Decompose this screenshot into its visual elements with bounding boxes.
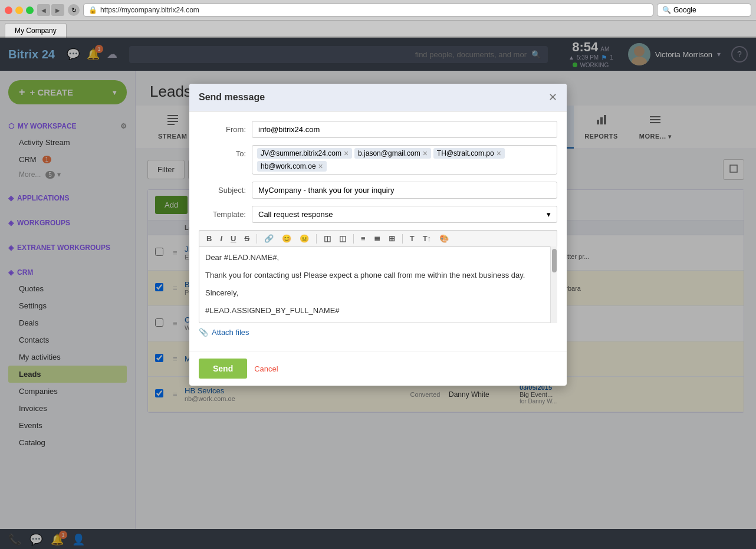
modal-overlay: Send message ✕ From: To: JV@summer.bitri… (0, 37, 756, 549)
subject-row: Subject: (199, 182, 557, 199)
close-dot[interactable] (5, 6, 12, 14)
editor-scrollbar[interactable] (550, 246, 557, 323)
modal-footer: Send Cancel (189, 351, 567, 386)
scrollbar-thumb (552, 249, 557, 272)
image-button[interactable]: ◫ (321, 233, 333, 244)
font-button[interactable]: T (407, 233, 417, 244)
color-button[interactable]: 🎨 (437, 233, 451, 244)
search-icon: 🔍 (662, 6, 671, 14)
editor-line-6 (205, 297, 551, 306)
lock-icon: 🔒 (88, 6, 97, 14)
editor-line-1: Dear #LEAD.NAME#, (205, 253, 551, 262)
strikethrough-button[interactable]: S (242, 233, 252, 244)
editor-toolbar: B I U S 🔗 😊 😐 ◫ ◫ ≡ ≣ ⊞ T T↑ 🎨 (199, 230, 557, 246)
editor-area[interactable]: Dear #LEAD.NAME#, Thank you for contacti… (199, 246, 557, 323)
font-size-button[interactable]: T↑ (420, 233, 433, 244)
search-placeholder: Google (673, 6, 696, 14)
address-bar[interactable]: 🔒 https://mycompany.bitrix24.com (83, 4, 653, 17)
toolbar-sep-2 (316, 234, 317, 244)
url-text: https://mycompany.bitrix24.com (100, 6, 199, 14)
modal-close-button[interactable]: ✕ (548, 91, 557, 104)
browser-tab[interactable]: My Company (5, 23, 67, 38)
editor-line-4 (205, 280, 551, 288)
to-tag-4: hb@work.com.oe × (257, 161, 327, 172)
browser-dots (5, 6, 34, 14)
toolbar-sep-4 (402, 234, 403, 244)
remove-tag-4[interactable]: × (318, 162, 323, 170)
table-button[interactable]: ⊞ (386, 233, 397, 244)
tab-bar: My Company (0, 21, 756, 38)
editor-line-5: Sincerely, (205, 288, 551, 297)
refresh-button[interactable]: ↻ (68, 4, 80, 16)
template-select[interactable]: Call request response ▾ (252, 206, 557, 223)
to-tag-2: b.jason@gmail.com × (354, 148, 431, 159)
from-input[interactable] (252, 121, 557, 138)
send-button[interactable]: Send (199, 359, 247, 379)
remove-tag-2[interactable]: × (423, 149, 428, 157)
link-button[interactable]: 🔗 (262, 233, 276, 244)
remove-tag-1[interactable]: × (344, 149, 349, 157)
template-value: Call request response (258, 210, 333, 219)
cancel-link[interactable]: Cancel (254, 364, 278, 373)
modal-header: Send message ✕ (189, 84, 567, 111)
toolbar-sep-3 (353, 234, 354, 244)
italic-button[interactable]: I (218, 233, 225, 244)
from-label: From: (199, 121, 246, 134)
align-button[interactable]: ≡ (359, 233, 368, 244)
to-tags-input[interactable]: JV@summer.bitrix24.com × b.jason@gmail.c… (252, 145, 557, 175)
browser-nav: ◀ ▶ (37, 4, 64, 16)
editor-line-7: #LEAD.ASSIGNED_BY_FULL_NAME# (205, 306, 551, 315)
template-label: Template: (199, 206, 246, 219)
template-row: Template: Call request response ▾ (199, 206, 557, 223)
minimize-dot[interactable] (15, 6, 23, 14)
back-button[interactable]: ◀ (37, 4, 50, 16)
attach-label: Attach files (212, 328, 249, 337)
forward-button[interactable]: ▶ (51, 4, 64, 16)
subject-input[interactable] (252, 182, 557, 199)
emoji-button-2[interactable]: 😐 (297, 233, 311, 244)
bold-button[interactable]: B (204, 233, 214, 244)
editor-wrapper: Dear #LEAD.NAME#, Thank you for contacti… (199, 246, 557, 323)
modal-body: From: To: JV@summer.bitrix24.com × b.jas… (189, 111, 567, 351)
subject-label: Subject: (199, 182, 246, 195)
browser-search-bar[interactable]: 🔍 Google (657, 4, 751, 17)
editor-line-3: Thank you for contacting us! Please expe… (205, 271, 551, 280)
template-arrow-icon: ▾ (547, 210, 551, 219)
toolbar-sep-1 (257, 234, 257, 244)
from-row: From: (199, 121, 557, 138)
underline-button[interactable]: U (228, 233, 238, 244)
browser-chrome: ◀ ▶ ↻ 🔒 https://mycompany.bitrix24.com 🔍… (0, 0, 756, 21)
remove-tag-3[interactable]: × (497, 149, 501, 157)
to-tag-3: TH@strait.com.po × (433, 148, 505, 159)
expand-dot[interactable] (26, 6, 34, 14)
attach-row[interactable]: 📎 Attach files (199, 323, 557, 341)
attach-icon: 📎 (199, 328, 208, 337)
image2-button[interactable]: ◫ (337, 233, 349, 244)
send-message-modal: Send message ✕ From: To: JV@summer.bitri… (189, 84, 567, 386)
to-row: To: JV@summer.bitrix24.com × b.jason@gma… (199, 145, 557, 175)
editor-line-2 (205, 262, 551, 271)
to-label: To: (199, 145, 246, 158)
to-tag-1: JV@summer.bitrix24.com × (257, 148, 352, 159)
emoji-button-1[interactable]: 😊 (280, 233, 294, 244)
list-button[interactable]: ≣ (372, 233, 383, 244)
modal-title: Send message (199, 92, 265, 103)
